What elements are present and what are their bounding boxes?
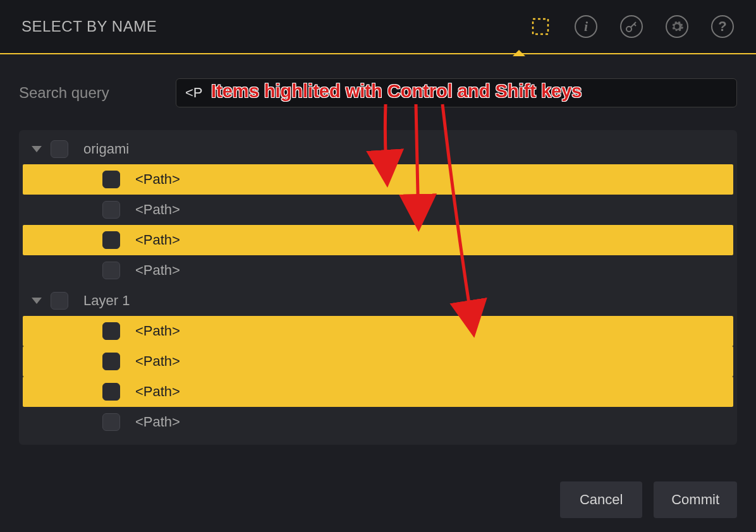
item-checkbox[interactable] <box>102 383 120 401</box>
item-checkbox[interactable] <box>102 262 120 279</box>
body-area: Search query origami <Path> <Path> <Path… <box>0 54 756 445</box>
item-checkbox[interactable] <box>102 322 120 340</box>
item-label: <Path> <box>135 323 180 339</box>
search-label: Search query <box>19 84 166 102</box>
chevron-down-icon[interactable] <box>32 298 42 304</box>
tree-item[interactable]: <Path> <box>19 255 737 286</box>
help-icon[interactable]: ? <box>710 15 735 39</box>
active-tab-caret-icon <box>513 50 525 56</box>
page-title: SELECT BY NAME <box>21 18 157 35</box>
tree-item[interactable]: <Path> <box>23 225 733 255</box>
chevron-down-icon[interactable] <box>32 146 42 152</box>
header-icon-row: i ? <box>528 15 735 39</box>
header-bar: SELECT BY NAME i ? <box>0 0 756 54</box>
group-checkbox[interactable] <box>51 292 68 310</box>
svg-point-1 <box>626 27 631 32</box>
svg-rect-0 <box>533 19 548 34</box>
info-icon[interactable]: i <box>574 15 598 39</box>
item-label: <Path> <box>135 384 180 400</box>
tree-item[interactable]: <Path> <box>23 377 733 407</box>
item-checkbox[interactable] <box>102 413 120 431</box>
selection-marquee-icon[interactable] <box>528 15 552 39</box>
tree-item[interactable]: <Path> <box>23 164 733 195</box>
gear-icon[interactable] <box>665 15 689 39</box>
tree-item[interactable]: <Path> <box>23 346 733 377</box>
item-checkbox[interactable] <box>102 171 120 188</box>
tree-item[interactable]: <Path> <box>23 316 733 346</box>
group-checkbox[interactable] <box>51 140 68 158</box>
commit-button[interactable]: Commit <box>654 481 737 518</box>
item-label: <Path> <box>135 171 180 188</box>
item-checkbox[interactable] <box>102 231 120 249</box>
footer-buttons: Cancel Commit <box>560 481 737 518</box>
tree-item[interactable]: <Path> <box>19 195 737 225</box>
group-label: origami <box>83 141 129 157</box>
item-checkbox[interactable] <box>102 353 120 370</box>
item-label: <Path> <box>135 232 180 248</box>
tree-group-header[interactable]: origami <box>19 134 737 164</box>
item-label: <Path> <box>135 414 180 430</box>
svg-line-3 <box>634 24 636 26</box>
tree-group-header[interactable]: Layer 1 <box>19 286 737 316</box>
item-checkbox[interactable] <box>102 201 120 219</box>
item-label: <Path> <box>135 202 180 218</box>
tree-item[interactable]: <Path> <box>19 407 737 437</box>
group-label: Layer 1 <box>83 293 130 309</box>
item-label: <Path> <box>135 353 180 370</box>
tree-panel: origami <Path> <Path> <Path> <Path> Laye… <box>19 130 737 445</box>
search-row: Search query <box>19 78 737 107</box>
cancel-button[interactable]: Cancel <box>560 481 642 518</box>
search-input[interactable] <box>176 78 737 107</box>
item-label: <Path> <box>135 262 180 279</box>
key-icon[interactable] <box>619 15 643 39</box>
